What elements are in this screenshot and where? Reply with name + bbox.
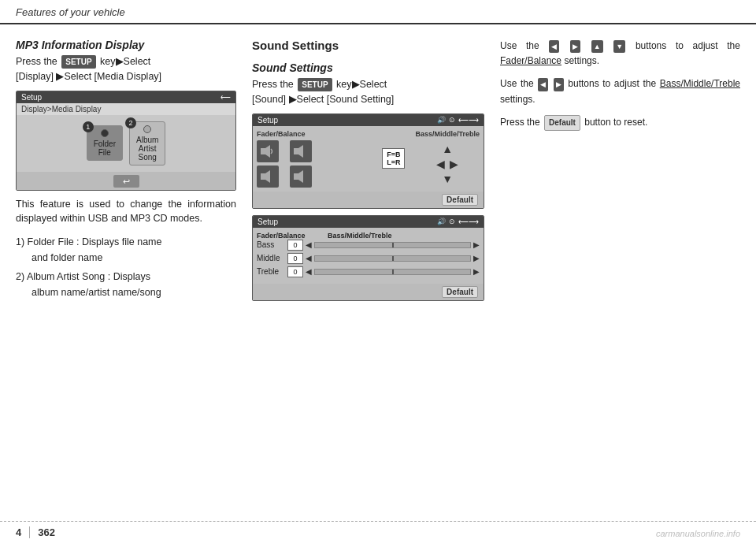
back-button[interactable]: ↩ (113, 175, 139, 188)
screen-icons: ⟵ (220, 93, 231, 101)
mp3-desc-text: This feature is used to change the infor… (16, 197, 236, 227)
sound-settings-title: Sound Settings (252, 39, 484, 52)
bmt-text: Bass/Middle/Treble (660, 78, 740, 89)
option1-num: 1 (83, 121, 94, 132)
screen-subtitle: Display>Media Display (17, 103, 235, 115)
speaker-tl (257, 140, 279, 162)
list-num-1: 1) Folder File : Displays file name (16, 236, 161, 247)
footer-num: 4 (16, 526, 30, 538)
mp3-intro-text: Press the SETUP key▶Select [Display] ▶Se… (16, 54, 236, 84)
list-text-1: and folder name (32, 252, 102, 263)
bass-value: 0 (287, 240, 303, 251)
middle-value: 0 (287, 253, 303, 264)
bmt-label: Bass/Middle/Treble (415, 130, 480, 138)
speaker-bl-icon (259, 168, 276, 185)
press-text: Press the (16, 56, 60, 67)
arrow-left2-icon: ◀ (538, 78, 548, 91)
setup-badge-left: SETUP (61, 55, 95, 69)
media-options: 1 FolderFile 2 AlbumArtistSong (17, 115, 235, 172)
key-text2: key (336, 79, 351, 90)
fader-section: Fader/Balance (257, 130, 372, 188)
speaker-tr-icon (292, 143, 309, 160)
bmt-screen-header: Setup 🔊⊙⟵⟶ (253, 216, 484, 228)
mp3-section-title: MP3 Information Display (16, 39, 236, 51)
treble-right-arrow[interactable]: ▶ (473, 267, 480, 276)
sound-intro: Press the SETUP key▶Select [Sound] ▶Sele… (252, 77, 484, 107)
up-arrow[interactable]: ▲ (442, 143, 453, 155)
lr-arrows: ◀ ▶ (436, 158, 458, 170)
speaker-br (290, 166, 312, 188)
option2-radio (143, 125, 151, 133)
right-arrow[interactable]: ▶ (450, 158, 458, 170)
screen-header: Setup ⟵ (17, 91, 235, 103)
right-column: Use the ◀ ▶ ▲ ▼ buttons to adjust the Fa… (496, 39, 740, 485)
sound-text: [Sound] (252, 94, 289, 105)
option2-label: AlbumArtistSong (136, 136, 158, 162)
default-badge-right: Default (544, 115, 580, 131)
page-header: Features of your vehicle (0, 0, 756, 24)
left-column: MP3 Information Display Press the SETUP … (16, 39, 252, 485)
right-para1: Use the ◀ ▶ ▲ ▼ buttons to adjust the Fa… (500, 39, 740, 69)
main-content: MP3 Information Display Press the SETUP … (0, 24, 756, 493)
right-para3: Press the Default button to reset. (500, 115, 740, 131)
fader-content: Fader/Balance (253, 126, 484, 192)
middle-row: Middle 0 ◀ ▶ (257, 253, 480, 264)
arrow1: ▶ (116, 56, 124, 67)
bass-left-arrow[interactable]: ◀ (306, 240, 312, 249)
screen-footer: ↩ (17, 172, 235, 190)
svg-marker-7 (298, 170, 303, 183)
bass-slider (314, 242, 471, 248)
page-title: Features of your vehicle (16, 6, 125, 18)
fader-default-bar: Default (253, 192, 484, 208)
footer-page: 362 (38, 526, 55, 538)
speaker-br-icon (292, 168, 309, 185)
sound-setting-text: Select [Sound Setting] (297, 94, 395, 105)
middle-label: Middle (257, 254, 285, 262)
fader-balance-screen: Setup 🔊⊙⟵⟶ Fader/Balance (252, 113, 484, 209)
bass-label: Bass (257, 240, 285, 249)
arrow3: ▶ (352, 79, 360, 90)
svg-marker-1 (265, 145, 270, 158)
fader-speakers-grid (257, 140, 320, 188)
list-text-2: album name/artist name/song (32, 287, 161, 298)
arrow4: ▶ (289, 94, 297, 105)
treble-left-arrow[interactable]: ◀ (306, 267, 312, 276)
press-text2: Press the (252, 79, 296, 90)
arrow-left-icon: ◀ (549, 40, 559, 53)
down-arrow[interactable]: ▼ (442, 173, 453, 185)
media-text: Select [Media Display] (64, 71, 161, 82)
sound-settings-sub-title: Sound Settings (252, 61, 484, 74)
middle-left-arrow[interactable]: ◀ (306, 254, 312, 262)
fb-box: F=B L=R (382, 148, 405, 169)
bmt-col-label: Bass/Middle/Treble (328, 232, 480, 240)
right-para2: Use the ◀ ▶ buttons to adjust the Bass/M… (500, 76, 740, 106)
left-arrow[interactable]: ◀ (436, 158, 445, 170)
speaker-tr (290, 140, 312, 162)
bass-right-arrow[interactable]: ▶ (473, 240, 480, 249)
treble-label: Treble (257, 267, 285, 276)
middle-slider (314, 255, 471, 262)
fader-screen-header: Setup 🔊⊙⟵⟶ (253, 114, 484, 126)
speaker-bl (257, 166, 279, 188)
bmt-default-btn[interactable]: Default (442, 286, 478, 298)
option2-num: 2 (125, 117, 136, 128)
setup-badge-mid: SETUP (298, 78, 332, 91)
fb-center: F=B L=R (376, 130, 411, 188)
bmt-screen: Setup 🔊⊙⟵⟶ Fader/Balance Bass/Middle/Tre… (252, 215, 484, 301)
svg-marker-5 (265, 170, 270, 183)
middle-right-arrow[interactable]: ▶ (473, 254, 480, 262)
fader-label: Fader/Balance (257, 130, 372, 138)
screen-title: Setup (21, 93, 42, 102)
svg-rect-2 (294, 148, 298, 154)
svg-rect-4 (261, 173, 265, 180)
right-text: Use the ◀ ▶ ▲ ▼ buttons to adjust the Fa… (500, 39, 740, 131)
footer-watermark: carmanualsonline.info (656, 529, 740, 538)
option1-label: FolderFile (94, 139, 116, 157)
fb-line2: L=R (387, 158, 400, 166)
arrow2: ▶ (56, 71, 64, 82)
fader-screen-title: Setup (258, 116, 278, 125)
treble-row: Treble 0 ◀ ▶ (257, 266, 480, 277)
fader-default-btn[interactable]: Default (442, 194, 478, 206)
fb-line1: F=B (387, 151, 400, 158)
option1-radio (101, 129, 109, 137)
